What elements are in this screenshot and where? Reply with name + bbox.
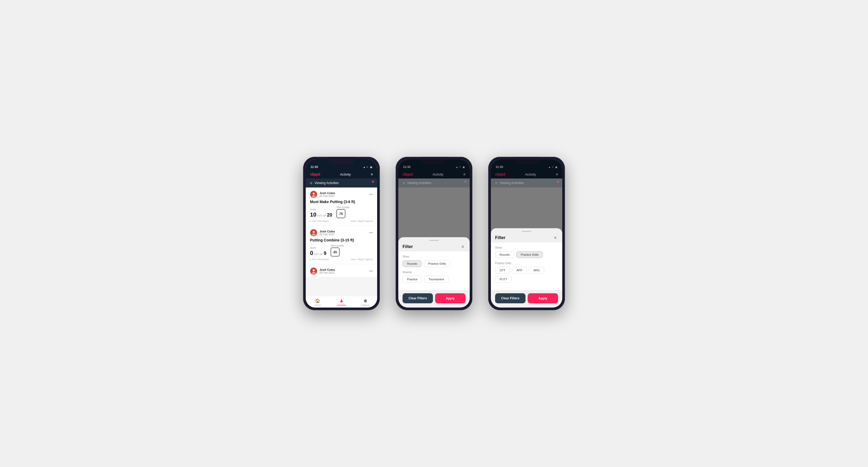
sq-badge-1: 75 [336,209,345,218]
rounds-tab-2[interactable]: Rounds [403,260,422,267]
card-title-2: Putting Combine (3-15 ft) [310,238,373,242]
filter-actions-3: Clear Filters Apply [491,290,562,308]
activity-card-1: Josh Coles 28 Feb 2023 ••• Must Make Put… [306,187,377,226]
screen-1: 11:33 ▲ ᯤ ▣ clippd Activity ≡ ⊞ Viewing … [306,159,377,308]
practice-btn-2[interactable]: Practice [403,276,422,283]
card-user-1: Josh Coles 28 Feb 2023 [310,191,335,198]
card-header-1: Josh Coles 28 Feb 2023 ••• [310,191,373,198]
banner-dot-1 [372,181,374,183]
filter-body-3: Show Rounds Practice Drills Practice Dri… [491,243,562,290]
filter-body-2: Show Rounds Practice Drills Rounds Pract… [398,251,470,290]
outof-label-2: OUT OF [314,253,323,255]
data-source-1: Data: Clippd Capture [351,220,373,222]
sq-stat-1: Shot Quality 75 [336,206,349,218]
card-footer-2: ℹ Test Information Data: Clippd Capture [310,258,373,261]
bottom-nav-1: 🏠 Home ♟ Activities ⊕ Capture [306,296,377,308]
practice-section-label-3: Practice Drills [495,262,558,265]
user-date-3: 28 Feb 2023 [319,271,335,274]
home-label-1: Home [314,304,321,307]
notch-1 [328,157,355,164]
app-header-1: clippd Activity ≡ [306,170,377,179]
filter-close-3[interactable]: ✕ [553,235,558,240]
avatar-1 [310,191,317,198]
card-header-2: Josh Coles 28 Feb 2023 ••• [310,229,373,237]
dots-menu-3[interactable]: ••• [369,269,373,273]
score-stat-2: Score 0 OUT OF 9 [310,246,327,256]
capture-label-1: Capture [361,304,369,307]
test-info-1: ℹ Test Information [310,220,329,222]
menu-icon-1[interactable]: ≡ [371,172,373,176]
practice-drill-buttons-3: OTT APP ARG PUTT [495,267,558,283]
viewing-banner-1[interactable]: ⊞ Viewing Activities [306,179,377,187]
putt-btn-3[interactable]: PUTT [495,276,512,283]
filter-overlay-3: Filter ✕ Show Rounds Practice Drills Pra… [491,159,562,308]
activity-card-3: Josh Coles 28 Feb 2023 ••• [306,264,377,277]
viewing-text-1: Viewing Activities [314,181,339,185]
filter-close-2[interactable]: ✕ [460,244,465,249]
show-label-2: Show [403,255,465,258]
svg-point-3 [312,234,315,236]
user-date-2: 28 Feb 2023 [319,233,335,236]
activities-label-1: Activities [337,304,346,307]
nav-activities-1[interactable]: ♟ Activities [330,298,353,307]
score-label-1: Score [310,208,332,211]
test-info-2: ℹ Test Information [310,258,329,261]
clear-filters-btn-2[interactable]: Clear Filters [403,293,433,303]
rounds-tab-3[interactable]: Rounds [495,251,514,258]
card-footer-1: ℹ Test Information Data: Clippd Capture [310,220,373,222]
sq-label-1: Shot Quality [336,206,349,209]
card-user-2: Josh Coles 28 Feb 2023 [310,229,335,237]
show-buttons-2: Rounds Practice Drills [403,260,465,267]
capture-icon-1: ⊕ [364,298,367,303]
outof-value-2: 9 [324,251,327,256]
clear-filters-btn-3[interactable]: Clear Filters [495,293,526,303]
filter-overlay-2: Filter ✕ Show Rounds Practice Drills Rou… [398,159,470,308]
card-stats-1: Score 10 OUT OF 20 Shot Quality 75 [310,206,373,218]
activity-content-1: Josh Coles 28 Feb 2023 ••• Must Make Put… [306,187,377,296]
battery-icon: ▣ [370,166,372,168]
avatar-img-3 [310,268,317,275]
score-stat-1: Score 10 OUT OF 20 [310,208,332,218]
header-title-1: Activity [340,173,351,176]
filter-header-2: Filter ✕ [398,241,470,251]
sq-stat-2: Shot Quality 45 [331,244,344,256]
arg-btn-3[interactable]: ARG [529,267,544,274]
svg-point-2 [313,231,315,233]
tournament-btn-2[interactable]: Tournament [424,276,448,283]
phones-container: 11:33 ▲ ᯤ ▣ clippd Activity ≡ ⊞ Viewing … [303,157,565,310]
dots-menu-2[interactable]: ••• [369,230,373,235]
rounds-section-label-2: Rounds [403,271,465,274]
phone-1: 11:33 ▲ ᯤ ▣ clippd Activity ≡ ⊞ Viewing … [303,157,380,310]
card-title-1: Must Make Putting (3-6 ft) [310,200,373,204]
filter-icon-1: ⊞ [310,181,312,185]
filter-title-3: Filter [495,235,505,240]
logo-1: clippd [310,172,320,176]
dots-menu-1[interactable]: ••• [369,192,373,196]
nav-capture-1[interactable]: ⊕ Capture [353,298,377,307]
info-icon-2: ℹ [310,258,311,261]
rounds-buttons-2: Practice Tournament [403,276,465,283]
apply-btn-3[interactable]: Apply [528,293,558,303]
time-1: 11:33 [310,165,318,168]
score-label-2: Score [310,246,327,249]
sq-badge-2: 45 [331,248,340,256]
wifi-icon: ᯤ [367,166,369,168]
user-info-1: Josh Coles 28 Feb 2023 [319,191,335,197]
info-icon-1: ℹ [310,220,311,222]
card-user-3: Josh Coles 28 Feb 2023 [310,267,335,275]
apply-btn-2[interactable]: Apply [435,293,465,303]
user-name-1: Josh Coles [319,191,335,195]
ott-btn-3[interactable]: OTT [495,267,510,274]
avatar-img-1 [310,191,317,198]
practice-drills-tab-3[interactable]: Practice Drills [516,251,543,258]
practice-drills-tab-2[interactable]: Practice Drills [424,260,451,267]
user-info-3: Josh Coles 28 Feb 2023 [319,268,335,274]
nav-home-1[interactable]: 🏠 Home [306,298,330,307]
filter-actions-2: Clear Filters Apply [398,290,470,308]
show-label-3: Show [495,246,558,249]
filter-header-3: Filter ✕ [491,232,562,243]
outof-label-1: OUT OF [317,214,326,217]
app-btn-3[interactable]: APP [512,267,527,274]
activities-icon-1: ♟ [340,298,343,303]
status-icons-1: ▲ ᯤ ▣ [363,166,372,168]
